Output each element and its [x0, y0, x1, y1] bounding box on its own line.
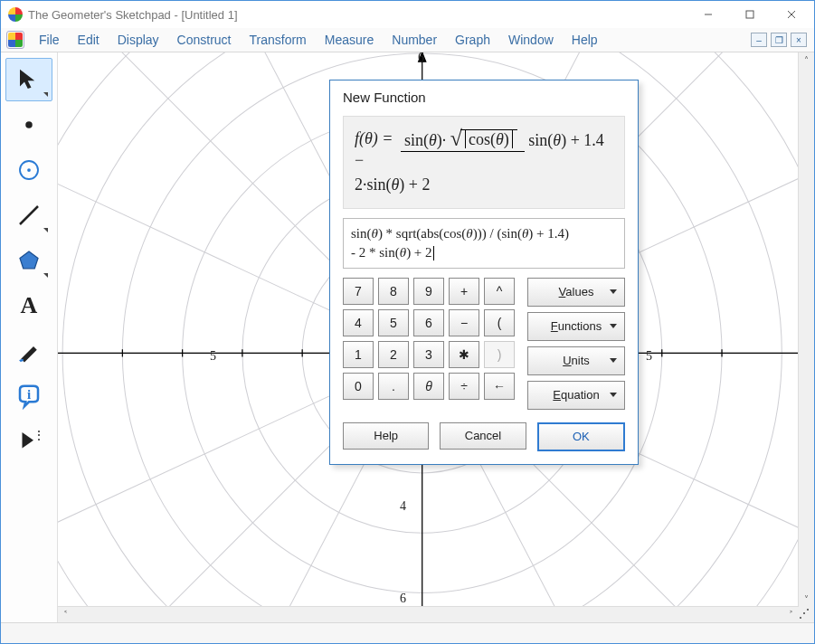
custom-tool[interactable]: ⋮: [5, 420, 52, 463]
arrow-tool[interactable]: [5, 58, 52, 101]
axis-label-bottom: 6: [400, 592, 406, 606]
mdi-minimize-button[interactable]: –: [751, 33, 767, 47]
keypad-2[interactable]: 2: [378, 341, 409, 368]
svg-point-6: [27, 168, 31, 172]
svg-line-7: [20, 206, 38, 224]
window-title: The Geometer's Sketchpad - [Untitled 1]: [28, 8, 238, 22]
scroll-left-icon[interactable]: ˂: [58, 607, 73, 622]
function-input[interactable]: sin(θ) * sqrt(abs(cos(θ))) / (sin(θ) + 1…: [343, 218, 625, 269]
menu-edit[interactable]: Edit: [69, 30, 109, 50]
dropdown-functions[interactable]: Functions: [527, 312, 625, 341]
keypad-÷[interactable]: ÷: [449, 373, 479, 400]
app-window: The Geometer's Sketchpad - [Untitled 1] …: [0, 0, 815, 644]
menu-measure[interactable]: Measure: [316, 30, 383, 50]
toolbox: A i ⋮: [1, 52, 58, 622]
cancel-button[interactable]: Cancel: [440, 422, 526, 450]
chevron-down-icon: [610, 358, 617, 363]
scroll-right-icon[interactable]: ˃: [783, 607, 799, 622]
menu-transform[interactable]: Transform: [241, 30, 316, 50]
statusbar: [1, 622, 814, 643]
canvas[interactable]: 6 5 5 4 6 ˄ ˅ ˂ ˃ ⋰ New Function f(θ) = …: [58, 52, 814, 622]
size-grip[interactable]: ⋰: [799, 607, 814, 622]
menu-graph[interactable]: Graph: [446, 30, 499, 50]
menu-number[interactable]: Number: [383, 30, 446, 50]
titlebar: The Geometer's Sketchpad - [Untitled 1]: [1, 1, 814, 28]
keypad-+[interactable]: +: [449, 278, 479, 305]
menubar: File Edit Display Construct Transform Me…: [1, 28, 814, 52]
info-tool[interactable]: i: [5, 374, 52, 418]
close-button[interactable]: [771, 1, 812, 28]
svg-marker-8: [20, 251, 38, 269]
workarea: A i ⋮ 6 5 5 4 6 ˄ ˅ ˂ ˃ ⋰ New Function: [1, 52, 814, 622]
horizontal-scrollbar[interactable]: ˂ ˃: [58, 606, 799, 622]
menu-display[interactable]: Display: [109, 30, 168, 50]
chevron-down-icon: [610, 393, 617, 397]
axis-label-right: 5: [646, 349, 652, 364]
scroll-down-icon[interactable]: ˅: [799, 592, 814, 607]
mdi-restore-button[interactable]: ❐: [771, 33, 787, 47]
maximize-button[interactable]: [729, 1, 771, 28]
axis-label-4: 4: [400, 499, 406, 514]
svg-rect-1: [746, 11, 753, 18]
dropdown-equation[interactable]: Equation: [527, 381, 625, 410]
ok-button[interactable]: OK: [537, 422, 625, 451]
axis-label-left: 5: [210, 349, 216, 364]
keypad-3[interactable]: 3: [413, 341, 444, 368]
menu-file[interactable]: File: [30, 30, 69, 50]
keypad-): ): [484, 341, 515, 368]
compass-tool[interactable]: [5, 148, 52, 192]
new-function-dialog: New Function f(θ) = sin(θ)· √cos(θ) sin(…: [329, 80, 639, 465]
keypad-✱[interactable]: ✱: [449, 341, 479, 368]
straightedge-tool[interactable]: [5, 194, 52, 237]
axis-label-top: 6: [418, 52, 424, 65]
keypad-([interactable]: (: [484, 309, 515, 336]
keypad-1[interactable]: 1: [343, 341, 374, 368]
minimize-button[interactable]: [687, 1, 729, 28]
function-preview: f(θ) = sin(θ)· √cos(θ) sin(θ) + 1.4 − 2·…: [343, 116, 625, 209]
point-tool[interactable]: [5, 103, 52, 147]
menu-window[interactable]: Window: [499, 30, 563, 50]
dropdown-values[interactable]: Values: [527, 278, 625, 307]
keypad-9[interactable]: 9: [413, 278, 444, 305]
keypad-←[interactable]: ←: [484, 373, 515, 400]
menu-construct[interactable]: Construct: [168, 30, 241, 50]
keypad: 789+^456−(123✱)0.θ÷← ValuesFunctionsUnit…: [343, 278, 625, 410]
polygon-tool[interactable]: [5, 239, 52, 282]
text-tool[interactable]: A: [5, 284, 52, 327]
keypad-^[interactable]: ^: [484, 278, 515, 305]
keypad-7[interactable]: 7: [343, 278, 374, 305]
menu-help[interactable]: Help: [563, 30, 607, 50]
help-button[interactable]: Help: [343, 422, 429, 450]
keypad-5[interactable]: 5: [378, 309, 409, 336]
keypad-6[interactable]: 6: [413, 309, 444, 336]
dialog-title: New Function: [330, 80, 638, 112]
dropdown-units[interactable]: Units: [527, 346, 625, 375]
vertical-scrollbar[interactable]: ˄ ˅: [798, 52, 814, 607]
chevron-down-icon: [610, 289, 617, 294]
svg-point-4: [25, 121, 33, 128]
marker-tool[interactable]: [5, 329, 52, 373]
keypad-0[interactable]: 0: [343, 373, 374, 400]
keypad-8[interactable]: 8: [378, 278, 409, 305]
keypad-4[interactable]: 4: [343, 309, 374, 336]
mdi-close-button[interactable]: ×: [791, 33, 807, 47]
scroll-up-icon[interactable]: ˄: [799, 52, 814, 68]
keypad-θ[interactable]: θ: [413, 373, 444, 400]
keypad-−[interactable]: −: [449, 309, 479, 336]
svg-text:i: i: [27, 387, 31, 402]
doc-icon: [6, 31, 24, 49]
chevron-down-icon: [610, 324, 617, 328]
keypad-.[interactable]: .: [378, 373, 409, 400]
app-icon: [8, 7, 23, 22]
